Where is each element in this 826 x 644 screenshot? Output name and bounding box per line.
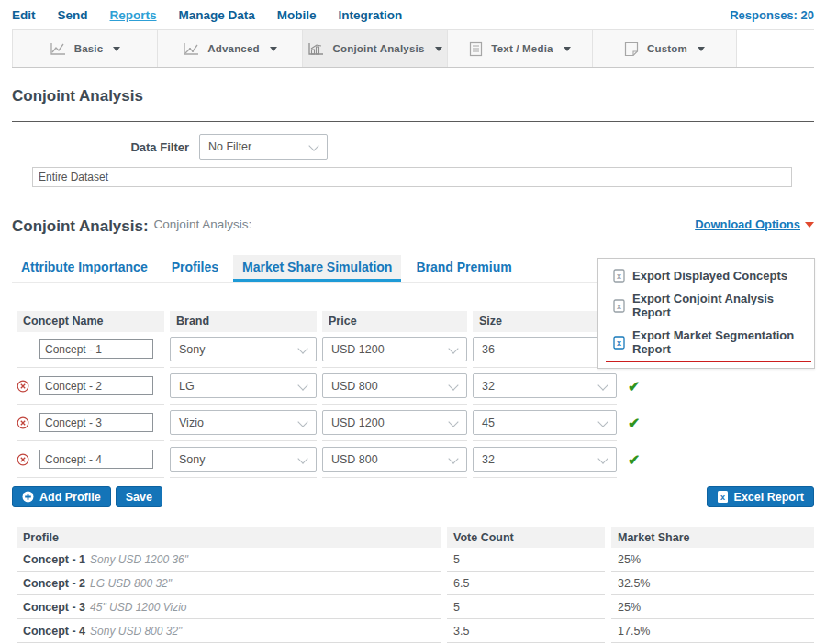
delete-row-icon[interactable] [17,453,29,466]
vote-count-value: 5 [447,595,605,619]
toolbar-label: Advanced [207,43,260,54]
page-title: Conjoint Analysis [12,87,814,105]
toolbar-item-advanced[interactable]: Advanced [157,30,302,67]
toolbar-item-conjoint-analysis[interactable]: Conjoint Analysis [302,30,447,67]
tab-brand-premium[interactable]: Brand Premium [407,255,520,282]
market-share-value: 17.5% [611,619,814,643]
main-content: Conjoint Analysis Data Filter No Filter … [0,87,826,643]
tab-attribute-importance[interactable]: Attribute Importance [12,255,157,282]
size-value: 32 [482,453,495,466]
excel-file-icon: x [613,336,625,350]
top-navigation: Edit Send Reports Manage Data Mobile Int… [0,0,826,29]
toolbar-item-basic[interactable]: Basic [12,30,157,67]
concept-actions-row: Add Profile Save x Excel Report [12,486,814,507]
nav-item-manage-data[interactable]: Manage Data [179,8,255,22]
data-filter-select[interactable]: No Filter [199,134,328,160]
delete-row-icon[interactable] [17,416,29,429]
download-options-link[interactable]: Download Options [695,217,814,231]
result-row: Concept - 1Sony USD 1200 36" 5 25% [17,548,814,572]
chevron-down-icon [597,380,608,390]
data-filter-row: Data Filter No Filter [12,134,814,160]
chevron-down-icon [297,343,307,353]
column-header-brand: Brand [170,311,317,332]
nav-item-send[interactable]: Send [58,8,88,22]
size-select[interactable]: 32 [473,373,617,398]
chevron-down-icon [698,47,705,51]
concept-row: Vizio USD 1200 45 ✔ [17,405,814,441]
menu-item-label: Export Market Segmentation Report [632,328,805,356]
brand-select[interactable]: LG [170,373,317,398]
size-value: 45 [482,416,495,429]
price-select[interactable]: USD 800 [322,447,467,472]
brand-value: Vizio [179,416,204,429]
price-value: USD 800 [331,380,378,393]
concept-name-input[interactable] [39,450,153,469]
size-select[interactable]: 45 [473,410,617,435]
brand-select[interactable]: Vizio [170,410,317,435]
column-header-price: Price [322,311,467,332]
section-header: Conjoint Analysis: Conjoint Analysis: Do… [12,217,814,236]
price-value: USD 1200 [331,416,385,429]
profile-detail: Sony USD 800 32" [90,625,182,638]
nav-item-reports[interactable]: Reports [110,8,157,22]
chevron-down-icon [564,47,571,51]
price-select[interactable]: USD 1200 [322,337,467,361]
excel-report-button[interactable]: x Excel Report [707,486,814,507]
profile-name: Concept - 2 [23,577,85,590]
caret-down-icon [805,222,814,228]
price-select[interactable]: USD 800 [322,373,467,398]
valid-check-icon: ✔ [628,451,640,469]
brand-value: Sony [179,343,206,356]
profile-detail: LG USD 800 32" [90,577,172,590]
nav-item-integration[interactable]: Integration [339,8,403,22]
brand-value: Sony [179,453,206,466]
column-header-market-share: Market Share [611,527,814,548]
column-header-profile: Profile [17,527,441,548]
tab-profiles[interactable]: Profiles [162,255,228,282]
size-select[interactable]: 36 [473,337,617,361]
concept-row: Sony USD 800 32 ✔ [17,441,814,478]
chevron-down-icon [597,416,608,427]
menu-item-export-market-segmentation-report[interactable]: x Export Market Segmentation Report [598,324,814,361]
concept-name-input[interactable] [39,413,153,432]
vote-count-value: 5 [447,548,605,572]
download-options-menu: x Export Displayed Concepts x Export Con… [597,258,815,369]
add-profile-button[interactable]: Add Profile [12,486,111,507]
chevron-down-icon [270,47,277,51]
chevron-down-icon [297,380,307,390]
price-select[interactable]: USD 1200 [322,410,467,435]
dataset-input[interactable] [32,167,792,187]
toolbar-item-custom[interactable]: Custom [592,30,737,67]
line-chart-icon [50,42,66,56]
results-table: Profile Vote Count Market Share Concept … [17,527,814,643]
results-table-header: Profile Vote Count Market Share [17,527,814,548]
tab-market-share-simulation[interactable]: Market Share Simulation [233,255,401,282]
chevron-down-icon [597,453,608,463]
toolbar-label: Text / Media [491,43,553,54]
save-button[interactable]: Save [116,486,162,507]
size-select[interactable]: 32 [473,447,617,472]
section-title: Conjoint Analysis: [12,217,149,236]
brand-select[interactable]: Sony [170,337,317,361]
concept-name-input[interactable] [39,339,153,359]
menu-item-export-conjoint-analysis-report[interactable]: x Export Conjoint Analysis Report [598,287,814,324]
toolbar-label: Custom [647,43,687,54]
nav-item-edit[interactable]: Edit [12,8,36,22]
menu-item-label: Export Displayed Concepts [632,269,787,283]
concept-name-input[interactable] [39,376,153,395]
nav-item-mobile[interactable]: Mobile [277,8,317,22]
toolbar-label: Conjoint Analysis [332,43,424,54]
profile-detail: 45" USD 1200 Vizio [90,601,186,614]
title-divider [12,121,814,122]
column-header-vote-count: Vote Count [447,527,605,548]
vote-count-value: 3.5 [447,619,605,643]
result-row: Concept - 345" USD 1200 Vizio 5 25% [17,595,814,619]
excel-file-icon: x [717,490,729,504]
chevron-down-icon [297,416,307,427]
brand-select[interactable]: Sony [170,447,317,472]
delete-row-icon[interactable] [17,380,29,393]
result-row: Concept - 4Sony USD 800 32" 3.5 17.5% [17,619,814,643]
toolbar-item-text-media[interactable]: Text / Media [447,30,592,67]
chevron-down-icon [448,380,458,390]
menu-item-export-displayed-concepts[interactable]: x Export Displayed Concepts [598,264,814,287]
